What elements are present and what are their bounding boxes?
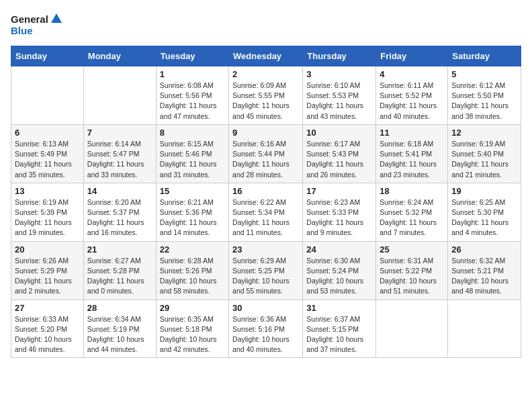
day-number: 8 — [160, 128, 225, 138]
day-info: Sunrise: 6:31 AM Sunset: 5:22 PM Dayligh… — [380, 256, 444, 297]
day-info: Sunrise: 6:22 AM Sunset: 5:34 PM Dayligh… — [232, 197, 299, 238]
weekday-header-thursday: Thursday — [303, 46, 376, 66]
page-header: General Blue — [11, 11, 521, 38]
day-info: Sunrise: 6:27 AM Sunset: 5:28 PM Dayligh… — [87, 256, 152, 297]
calendar-cell: 16Sunrise: 6:22 AM Sunset: 5:34 PM Dayli… — [229, 183, 303, 241]
day-number: 20 — [15, 244, 80, 255]
calendar-cell: 1Sunrise: 6:08 AM Sunset: 5:56 PM Daylig… — [156, 66, 228, 125]
day-info: Sunrise: 6:16 AM Sunset: 5:44 PM Dayligh… — [232, 139, 299, 180]
day-number: 27 — [15, 303, 80, 313]
day-info: Sunrise: 6:25 AM Sunset: 5:30 PM Dayligh… — [451, 197, 517, 238]
day-info: Sunrise: 6:13 AM Sunset: 5:49 PM Dayligh… — [15, 139, 80, 180]
week-row-2: 6Sunrise: 6:13 AM Sunset: 5:49 PM Daylig… — [11, 124, 521, 183]
day-number: 13 — [15, 186, 80, 196]
week-row-4: 20Sunrise: 6:26 AM Sunset: 5:29 PM Dayli… — [11, 241, 521, 300]
weekday-header-tuesday: Tuesday — [156, 46, 228, 66]
day-info: Sunrise: 6:29 AM Sunset: 5:25 PM Dayligh… — [232, 256, 299, 297]
week-row-5: 27Sunrise: 6:33 AM Sunset: 5:20 PM Dayli… — [11, 300, 521, 358]
day-info: Sunrise: 6:26 AM Sunset: 5:29 PM Dayligh… — [15, 256, 80, 297]
day-number: 9 — [232, 128, 299, 138]
day-info: Sunrise: 6:19 AM Sunset: 5:40 PM Dayligh… — [451, 139, 517, 180]
day-number: 18 — [380, 186, 444, 196]
day-number: 16 — [232, 186, 299, 196]
day-number: 15 — [160, 186, 225, 196]
day-number: 19 — [451, 186, 517, 196]
calendar-cell: 13Sunrise: 6:19 AM Sunset: 5:39 PM Dayli… — [11, 183, 84, 241]
week-row-3: 13Sunrise: 6:19 AM Sunset: 5:39 PM Dayli… — [11, 183, 521, 241]
calendar-cell: 24Sunrise: 6:30 AM Sunset: 5:24 PM Dayli… — [303, 241, 376, 300]
calendar-cell: 25Sunrise: 6:31 AM Sunset: 5:22 PM Dayli… — [376, 241, 448, 300]
svg-marker-2 — [51, 13, 62, 23]
calendar-cell: 27Sunrise: 6:33 AM Sunset: 5:20 PM Dayli… — [11, 300, 84, 358]
calendar-cell: 5Sunrise: 6:12 AM Sunset: 5:50 PM Daylig… — [448, 66, 521, 125]
day-info: Sunrise: 6:18 AM Sunset: 5:41 PM Dayligh… — [380, 139, 444, 180]
day-number: 25 — [380, 244, 444, 255]
calendar-cell: 9Sunrise: 6:16 AM Sunset: 5:44 PM Daylig… — [229, 124, 303, 183]
calendar-cell: 14Sunrise: 6:20 AM Sunset: 5:37 PM Dayli… — [83, 183, 156, 241]
day-info: Sunrise: 6:20 AM Sunset: 5:37 PM Dayligh… — [87, 197, 152, 238]
calendar-cell: 22Sunrise: 6:28 AM Sunset: 5:26 PM Dayli… — [156, 241, 228, 300]
calendar-cell: 8Sunrise: 6:15 AM Sunset: 5:46 PM Daylig… — [156, 124, 228, 183]
calendar-cell — [11, 66, 84, 125]
calendar-cell: 30Sunrise: 6:36 AM Sunset: 5:16 PM Dayli… — [229, 300, 303, 358]
svg-text:Blue: Blue — [11, 25, 33, 36]
day-info: Sunrise: 6:30 AM Sunset: 5:24 PM Dayligh… — [306, 256, 372, 297]
day-info: Sunrise: 6:24 AM Sunset: 5:32 PM Dayligh… — [380, 197, 444, 238]
day-number: 2 — [232, 69, 299, 79]
day-number: 24 — [306, 244, 372, 255]
day-info: Sunrise: 6:11 AM Sunset: 5:52 PM Dayligh… — [380, 81, 444, 122]
day-number: 21 — [87, 244, 152, 255]
logo: General Blue — [11, 11, 64, 38]
svg-text:General: General — [11, 13, 48, 25]
day-info: Sunrise: 6:33 AM Sunset: 5:20 PM Dayligh… — [15, 314, 80, 355]
day-info: Sunrise: 6:12 AM Sunset: 5:50 PM Dayligh… — [451, 81, 517, 122]
day-number: 5 — [451, 69, 517, 79]
weekday-header-row: SundayMondayTuesdayWednesdayThursdayFrid… — [11, 46, 521, 66]
day-number: 14 — [87, 186, 152, 196]
day-number: 30 — [232, 303, 299, 313]
calendar-cell: 20Sunrise: 6:26 AM Sunset: 5:29 PM Dayli… — [11, 241, 84, 300]
calendar-cell: 23Sunrise: 6:29 AM Sunset: 5:25 PM Dayli… — [229, 241, 303, 300]
calendar-cell: 28Sunrise: 6:34 AM Sunset: 5:19 PM Dayli… — [83, 300, 156, 358]
weekday-header-saturday: Saturday — [448, 46, 521, 66]
calendar-cell: 31Sunrise: 6:37 AM Sunset: 5:15 PM Dayli… — [303, 300, 376, 358]
day-info: Sunrise: 6:37 AM Sunset: 5:15 PM Dayligh… — [306, 314, 372, 355]
weekday-header-wednesday: Wednesday — [229, 46, 303, 66]
calendar-cell: 17Sunrise: 6:23 AM Sunset: 5:33 PM Dayli… — [303, 183, 376, 241]
calendar-cell: 12Sunrise: 6:19 AM Sunset: 5:40 PM Dayli… — [448, 124, 521, 183]
calendar-cell: 11Sunrise: 6:18 AM Sunset: 5:41 PM Dayli… — [376, 124, 448, 183]
calendar-cell — [448, 300, 521, 358]
day-number: 31 — [306, 303, 372, 313]
calendar-table: SundayMondayTuesdayWednesdayThursdayFrid… — [11, 46, 521, 358]
day-number: 6 — [15, 128, 80, 138]
day-number: 11 — [380, 128, 444, 138]
day-info: Sunrise: 6:21 AM Sunset: 5:36 PM Dayligh… — [160, 197, 225, 238]
day-info: Sunrise: 6:34 AM Sunset: 5:19 PM Dayligh… — [87, 314, 152, 355]
day-number: 12 — [451, 128, 517, 138]
day-number: 10 — [306, 128, 372, 138]
day-number: 28 — [87, 303, 152, 313]
day-info: Sunrise: 6:15 AM Sunset: 5:46 PM Dayligh… — [160, 139, 225, 180]
weekday-header-sunday: Sunday — [11, 46, 84, 66]
logo-svg: General Blue — [11, 11, 64, 38]
day-number: 3 — [306, 69, 372, 79]
calendar-cell — [83, 66, 156, 125]
day-number: 22 — [160, 244, 225, 255]
calendar-cell: 4Sunrise: 6:11 AM Sunset: 5:52 PM Daylig… — [376, 66, 448, 125]
day-info: Sunrise: 6:23 AM Sunset: 5:33 PM Dayligh… — [306, 197, 372, 238]
day-info: Sunrise: 6:28 AM Sunset: 5:26 PM Dayligh… — [160, 256, 225, 297]
day-number: 17 — [306, 186, 372, 196]
calendar-cell: 15Sunrise: 6:21 AM Sunset: 5:36 PM Dayli… — [156, 183, 228, 241]
day-info: Sunrise: 6:08 AM Sunset: 5:56 PM Dayligh… — [160, 81, 225, 122]
calendar-cell: 10Sunrise: 6:17 AM Sunset: 5:43 PM Dayli… — [303, 124, 376, 183]
calendar-cell: 3Sunrise: 6:10 AM Sunset: 5:53 PM Daylig… — [303, 66, 376, 125]
day-number: 4 — [380, 69, 444, 79]
day-info: Sunrise: 6:35 AM Sunset: 5:18 PM Dayligh… — [160, 314, 225, 355]
day-info: Sunrise: 6:19 AM Sunset: 5:39 PM Dayligh… — [15, 197, 80, 238]
day-info: Sunrise: 6:09 AM Sunset: 5:55 PM Dayligh… — [232, 81, 299, 122]
day-number: 26 — [451, 244, 517, 255]
calendar-cell: 18Sunrise: 6:24 AM Sunset: 5:32 PM Dayli… — [376, 183, 448, 241]
calendar-cell: 21Sunrise: 6:27 AM Sunset: 5:28 PM Dayli… — [83, 241, 156, 300]
calendar-cell: 26Sunrise: 6:32 AM Sunset: 5:21 PM Dayli… — [448, 241, 521, 300]
weekday-header-friday: Friday — [376, 46, 448, 66]
